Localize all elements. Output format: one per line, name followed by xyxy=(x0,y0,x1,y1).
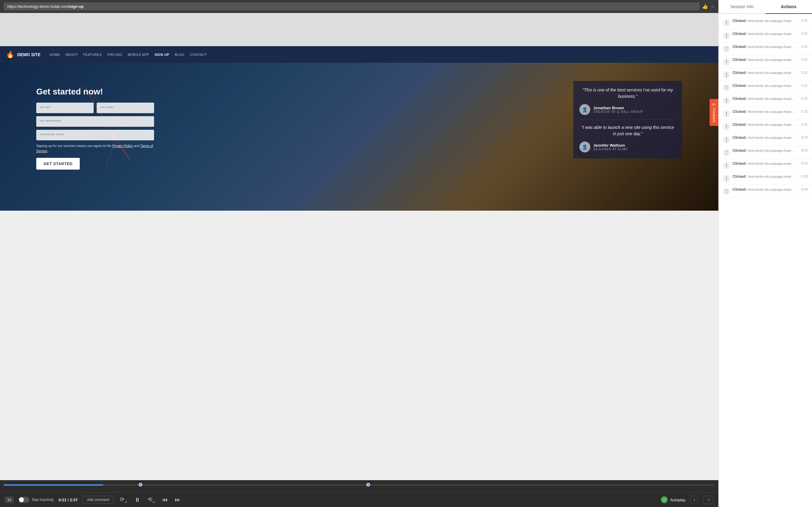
site-nav: 🔥 DEMO SITE HOME ABOUT FEATURES PRICING … xyxy=(0,46,718,63)
action-time: 0:23 xyxy=(801,149,808,152)
action-item[interactable]: Clicked: html>body>div.subpage-head... 0… xyxy=(719,107,812,120)
action-icon xyxy=(723,45,730,53)
info-button[interactable]: i xyxy=(690,496,699,504)
feedback-label: Feedback xyxy=(712,108,716,122)
action-item[interactable]: Clicked: html>body>div.subpage-head... 0… xyxy=(719,159,812,172)
last-name-input[interactable] xyxy=(97,103,154,113)
action-content: Clicked: html>body>div.subpage-head... xyxy=(732,135,799,140)
controls-bar: 1x Skip Inactivity 0:21 / 2:37 Add comme… xyxy=(0,492,718,507)
svg-point-5 xyxy=(726,21,727,22)
pause-button[interactable]: ⏸ xyxy=(133,495,142,505)
action-item[interactable]: Clicked: html>body>div.subpage-head... 0… xyxy=(719,16,812,29)
svg-point-18 xyxy=(726,190,727,191)
timeline-marker-1[interactable] xyxy=(139,483,142,487)
timeline-marker-2[interactable] xyxy=(366,483,370,487)
action-item[interactable]: Clicked: html>body>div.subpage-head... 0… xyxy=(719,133,812,146)
url-prefix: https://technology-demo.hotjar.com xyxy=(7,4,68,9)
svg-point-10 xyxy=(726,86,727,87)
action-text: Clicked: html>body>div.subpage-head... xyxy=(732,174,799,179)
action-item[interactable]: Clicked: html>body>div.subpage-head... 0… xyxy=(719,42,812,55)
bookmark-icon[interactable]: ☆ xyxy=(711,4,715,9)
right-panel: Session Info Actions Clicked: html>body>… xyxy=(718,0,812,507)
action-item[interactable]: Clicked: html>body>div.subpage-head... 0… xyxy=(719,29,812,42)
tab-session-info[interactable]: Session Info xyxy=(719,0,765,14)
add-comment-button[interactable]: Add comment xyxy=(83,496,114,504)
previous-session-button[interactable]: ⏮ xyxy=(161,496,169,504)
url-bar[interactable]: https://technology-demo.hotjar.com/sign-… xyxy=(4,2,700,11)
rewind-10-button[interactable]: ⟳10 xyxy=(119,495,129,505)
svg-point-16 xyxy=(726,164,727,165)
privacy-policy-link[interactable]: Privacy Policy xyxy=(112,144,133,148)
action-text: Clicked: html>body>div.subpage-head... xyxy=(732,19,799,23)
testimonial-divider xyxy=(579,119,676,120)
feedback-icon: ✉ xyxy=(712,103,716,107)
nav-about[interactable]: ABOUT xyxy=(65,53,78,56)
action-time: 0:23 xyxy=(801,174,808,178)
site-hero: Get started now! Signing up for our serv… xyxy=(0,63,718,211)
action-content: Clicked: html>body>div.subpage-head... xyxy=(732,97,799,101)
action-icon xyxy=(723,58,730,65)
nav-home[interactable]: HOME xyxy=(50,53,60,56)
nav-mobile-app[interactable]: MOBILE APP xyxy=(128,53,149,56)
timeline-area[interactable] xyxy=(0,480,718,492)
forward-10-button[interactable]: ⟲10 xyxy=(147,495,156,505)
action-icon xyxy=(723,188,730,195)
testimonial-person-2: 👤 Jennifer Wattson DESIGNER AT ACME xyxy=(579,142,676,152)
site-top-area xyxy=(0,13,718,46)
action-text: Clicked: html>body>div.subpage-head... xyxy=(732,58,799,62)
nav-pricing[interactable]: PRICING xyxy=(107,53,122,56)
action-item[interactable]: Clicked: html>body>div.subpage-head... 0… xyxy=(719,185,812,198)
action-item[interactable]: Clicked: html>body>div.subpage-head... 0… xyxy=(719,94,812,107)
action-text: Clicked: html>body>div.subpage-head... xyxy=(732,45,799,49)
action-item[interactable]: Clicked: html>body>div.subpage-head... 0… xyxy=(719,172,812,185)
speed-button[interactable]: 1x xyxy=(5,496,14,503)
action-item[interactable]: Clicked: html>body>div.subpage-head... 0… xyxy=(719,146,812,159)
action-content: Clicked: html>body>div.subpage-head... xyxy=(732,32,799,36)
nav-contact[interactable]: CONTACT xyxy=(190,53,207,56)
timeline-bar[interactable] xyxy=(4,484,715,486)
action-content: Clicked: html>body>div.subpage-head... xyxy=(732,149,799,153)
action-path: html>body>div.subpage-head... xyxy=(748,123,794,126)
person-role-2: DESIGNER AT ACME xyxy=(593,148,627,151)
first-name-input[interactable] xyxy=(36,103,94,113)
action-time: 0:24 xyxy=(801,187,808,191)
action-item[interactable]: Clicked: html>body>div.subpage-head... 0… xyxy=(719,81,812,94)
action-item[interactable]: Clicked: html>body>div.subpage-head... 0… xyxy=(719,55,812,68)
action-icon xyxy=(723,175,730,182)
action-icon xyxy=(723,32,730,40)
action-path: html>body>div.subpage-head... xyxy=(748,45,794,49)
testimonial-text-1: "This is one of the best services I've u… xyxy=(579,87,676,100)
get-started-button[interactable]: GET STARTED xyxy=(36,158,80,170)
action-path: html>body>div.subpage-head... xyxy=(748,110,794,113)
next-session-button[interactable]: ⏭ xyxy=(174,496,182,504)
action-time: 0:22 xyxy=(801,97,808,100)
avatar-2: 👤 xyxy=(579,142,590,152)
tab-actions[interactable]: Actions xyxy=(765,0,812,14)
action-item[interactable]: Clicked: html>body>div.subpage-head... 0… xyxy=(719,68,812,81)
nav-blog[interactable]: BLOG xyxy=(174,53,185,56)
email-input[interactable] xyxy=(36,116,154,127)
skip-inactivity-toggle[interactable] xyxy=(18,497,29,503)
person-info-1: Jonathan Brown CREATOR OF Q-BALL GROUP xyxy=(593,106,643,113)
testimonials-overlay: "This is one of the best services I've u… xyxy=(573,81,682,158)
thumbs-up-icon[interactable]: 👍 xyxy=(702,4,708,9)
nav-features[interactable]: FEATURES xyxy=(83,53,102,56)
time-display: 0:21 / 2:37 xyxy=(59,498,78,502)
toggle-knob xyxy=(19,497,24,502)
logo-text: DEMO SITE xyxy=(17,52,41,57)
nav-sign-up[interactable]: SIGN UP xyxy=(155,53,169,56)
browser-chrome: https://technology-demo.hotjar.com/sign-… xyxy=(0,0,718,13)
action-time: 0:21 xyxy=(801,32,808,35)
app-container: https://technology-demo.hotjar.com/sign-… xyxy=(0,0,812,507)
action-text: Clicked: html>body>div.subpage-head... xyxy=(732,97,799,101)
action-icon xyxy=(723,123,730,130)
feedback-button[interactable]: ✉ Feedback xyxy=(710,99,718,126)
svg-point-7 xyxy=(726,47,727,48)
password-input[interactable] xyxy=(36,130,154,140)
exit-button[interactable]: ↗ xyxy=(704,496,714,504)
action-time: 0:22 xyxy=(801,122,808,126)
action-text: Clicked: html>body>div.subpage-head... xyxy=(732,122,799,127)
action-text: Clicked: html>body>div.subpage-head... xyxy=(732,149,799,153)
action-item[interactable]: Clicked: html>body>div.subpage-head... 0… xyxy=(719,120,812,133)
timeline-progress xyxy=(4,484,103,486)
